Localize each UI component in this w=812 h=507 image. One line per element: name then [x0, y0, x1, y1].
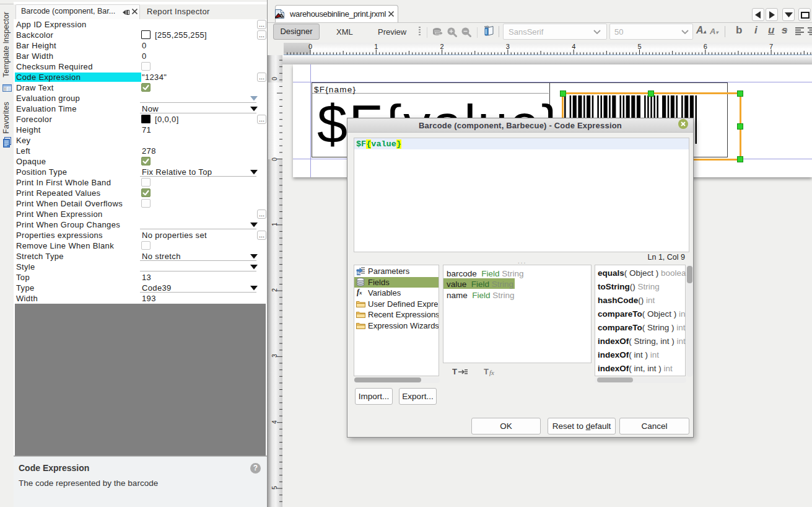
svg-text:T: T — [484, 368, 489, 376]
svg-text:7: 7 — [769, 43, 773, 50]
svg-text:2: 2 — [271, 288, 278, 292]
svg-text:5: 5 — [637, 43, 641, 50]
svg-text:T: T — [452, 368, 457, 376]
svg-text:0: 0 — [271, 157, 278, 161]
svg-text:3: 3 — [506, 43, 510, 50]
svg-text:0: 0 — [271, 77, 278, 81]
svg-text:fx: fx — [489, 369, 494, 376]
svg-text:6: 6 — [704, 43, 707, 50]
svg-text:4: 4 — [271, 420, 278, 424]
svg-text:0: 0 — [308, 43, 312, 50]
svg-text:4: 4 — [572, 43, 575, 50]
svg-text:3: 3 — [271, 354, 278, 358]
svg-text:5: 5 — [271, 486, 278, 490]
svg-text:2: 2 — [440, 43, 444, 50]
svg-text:1: 1 — [271, 223, 278, 226]
svg-text:IN: IN — [357, 271, 360, 275]
svg-text:1: 1 — [374, 43, 378, 50]
